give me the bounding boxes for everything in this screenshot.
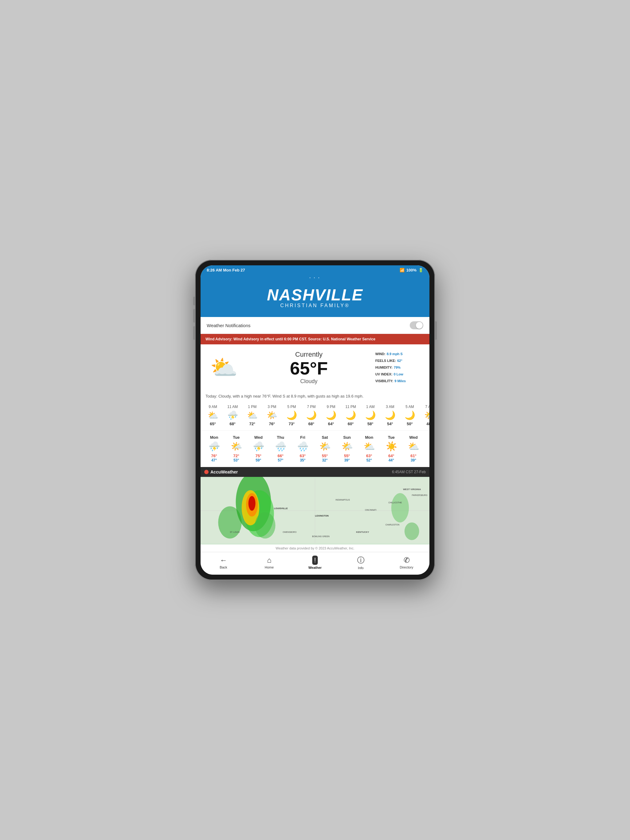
device-screen: 8:26 AM Mon Feb 27 📶 100% 🔋 • • • NASHVI… [201, 265, 429, 575]
day-label: Fri [300, 435, 306, 440]
wind-value: 8.9 mph S [387, 351, 403, 357]
status-time-date: 8:26 AM Mon Feb 27 [207, 268, 245, 272]
hour-label: 5 AM [405, 405, 414, 409]
accu-brand-name: AccuWeather [211, 469, 238, 474]
hour-icon: 🌙 [385, 410, 396, 420]
hour-item: 9 AM ⛅ 65° [203, 403, 223, 427]
hour-temp: 60° [348, 422, 354, 426]
hour-label: 1 PM [248, 405, 256, 409]
hour-icon: ⛈️ [227, 410, 238, 420]
weather-main: Currently 65°F Cloudy [245, 351, 372, 385]
svg-text:OWENSBORO: OWENSBORO [283, 531, 296, 533]
humidity-value: 79% [394, 364, 400, 371]
daily-forecast[interactable]: Mon ⛈️ 76° 47° Tue 🌤️ 72° 53° Wed ⛈️ 75°… [201, 431, 429, 467]
hour-temp: 50° [407, 422, 413, 426]
day-low: 47° [211, 458, 217, 463]
day-item: Fri 🌧️ 63° 35° [291, 434, 314, 464]
day-high: 61° [410, 453, 416, 458]
day-icon: 🌧️ [275, 441, 287, 452]
currently-label: Currently [245, 351, 372, 358]
hour-label: 9 AM [209, 405, 217, 409]
volume-down-button[interactable] [193, 326, 195, 340]
hour-temp: 68° [308, 422, 314, 426]
svg-text:ST. LOUIS: ST. LOUIS [230, 531, 240, 533]
condition-label: Cloudy [245, 378, 372, 385]
dots-indicator: • • • [201, 275, 429, 281]
svg-text:CINCINNATI: CINCINNATI [365, 509, 377, 511]
hour-item: 7 PM 🌙 68° [301, 403, 321, 427]
day-low: 35° [300, 458, 306, 463]
day-low: 32° [322, 458, 328, 463]
nav-back[interactable]: ← Back [211, 556, 236, 569]
day-item: Sun 🌤️ 55° 39° [336, 434, 358, 464]
day-item: Thu 🌧️ 66° 57° [269, 434, 291, 464]
map-header: AccuWeather 6:45AM CST 27-Feb [201, 467, 429, 477]
hour-temp: 54° [387, 422, 393, 426]
power-button[interactable] [435, 321, 437, 340]
hour-temp: 72° [249, 422, 255, 426]
hour-icon: 🌙 [326, 410, 337, 420]
hour-item: 7 AM 🌤️ 48° [419, 403, 429, 427]
day-high: 63° [300, 453, 306, 458]
day-label: Tue [388, 435, 395, 440]
bottom-nav: ← Back ⌂ Home ! Weather ⓘ Info ✆ Directo… [201, 552, 429, 575]
notification-toggle[interactable] [410, 321, 423, 329]
day-item: Mon ⛈️ 76° 47° [203, 434, 225, 464]
hour-temp: 48° [426, 422, 429, 426]
nav-info[interactable]: ⓘ Info [348, 555, 373, 570]
hour-label: 1 AM [366, 405, 374, 409]
nav-home[interactable]: ⌂ Home [257, 556, 282, 569]
svg-point-11 [391, 493, 409, 523]
day-high: 64° [388, 453, 394, 458]
radar-map[interactable]: LOUISVILLE LEXINGTON ST. LOUIS INDIANAPO… [201, 477, 429, 545]
day-high: 63° [366, 453, 372, 458]
hour-icon: 🌙 [287, 410, 297, 420]
day-icon: ⛅ [364, 441, 375, 452]
today-summary: Today: Cloudy, with a high near 76°F. Wi… [201, 391, 429, 400]
hour-item: 5 AM 🌙 50° [400, 403, 419, 427]
temperature-display: 65°F [245, 358, 372, 378]
nav-home-label: Home [265, 565, 274, 569]
day-low: 59° [256, 458, 261, 463]
day-low: 44° [388, 458, 394, 463]
day-icon: ⛈️ [209, 441, 220, 452]
wind-key: WIND: [375, 351, 385, 357]
hourly-forecast[interactable]: 9 AM ⛅ 65° 11 AM ⛈️ 68° 1 PM ⛅ 72° 3 PM … [201, 400, 429, 431]
mute-button[interactable] [193, 297, 195, 305]
visibility-key: VISIBILITY: [375, 377, 393, 384]
day-item: Wed ⛈️ 75° 59° [247, 434, 269, 464]
nav-weather[interactable]: ! Weather [303, 556, 327, 569]
day-label: Sat [322, 435, 328, 440]
hour-label: 5 PM [287, 405, 296, 409]
day-high: 75° [255, 453, 261, 458]
nav-back-label: Back [220, 565, 227, 569]
day-label: Wed [409, 435, 418, 440]
hour-temp: 73° [288, 422, 295, 426]
advisory-text: Wind Advisory: Wind Advisory in effect u… [206, 337, 375, 341]
visibility-value: 9 Miles [394, 377, 406, 384]
feels-like-key: FEELS LIKE: [375, 357, 396, 364]
notification-bar: Weather Notifications [201, 317, 429, 334]
volume-up-button[interactable] [193, 309, 195, 322]
back-icon: ← [220, 556, 227, 565]
hour-item: 9 PM 🌙 64° [321, 403, 341, 427]
device-frame: 8:26 AM Mon Feb 27 📶 100% 🔋 • • • NASHVI… [195, 260, 435, 580]
nav-directory-label: Directory [400, 565, 413, 569]
nav-info-label: Info [358, 566, 364, 570]
day-high: 55° [322, 453, 328, 458]
hour-icon: 🌙 [306, 410, 317, 420]
svg-text:BOWLING GREEN: BOWLING GREEN [312, 535, 329, 537]
nav-directory[interactable]: ✆ Directory [394, 556, 419, 569]
info-icon: ⓘ [357, 555, 364, 565]
hour-icon: 🌙 [405, 410, 415, 420]
hour-item: 3 PM 🌤️ 76° [262, 403, 282, 427]
hour-label: 11 PM [345, 405, 356, 409]
directory-icon: ✆ [404, 556, 410, 565]
day-low: 57° [278, 458, 283, 463]
day-low: 53° [233, 458, 239, 463]
nav-weather-label: Weather [308, 566, 321, 569]
svg-point-9 [218, 507, 242, 539]
day-low: 39° [411, 458, 416, 463]
hour-item: 11 PM 🌙 60° [341, 403, 361, 427]
map-timestamp: 6:45AM CST 27-Feb [392, 470, 426, 474]
